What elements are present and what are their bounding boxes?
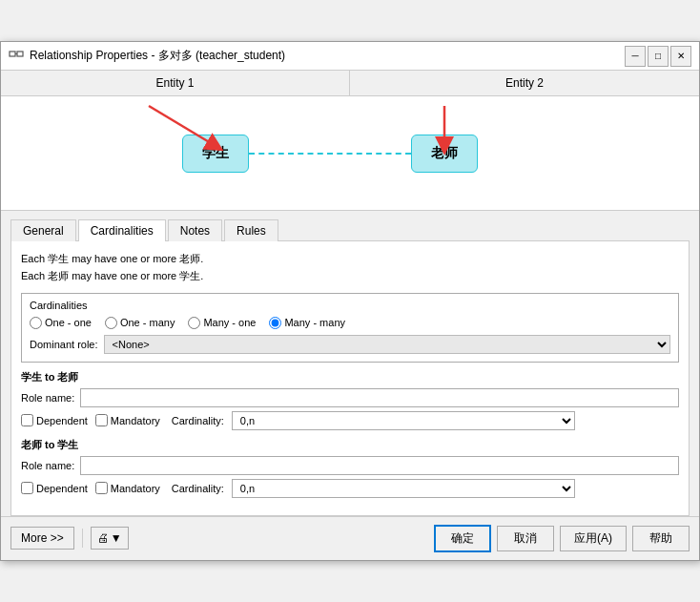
section2-dependent-label: Dependent: [36, 483, 88, 494]
section2-mandatory-checkbox[interactable]: [95, 482, 108, 494]
section2-mandatory-label: Mandatory: [111, 483, 160, 494]
entity1-name: 学生: [202, 145, 229, 162]
ok-button[interactable]: 确定: [434, 525, 491, 552]
section1-check-row: Dependent Mandatory Cardinality: 0,n: [21, 411, 679, 430]
section2-mandatory[interactable]: Mandatory: [95, 482, 160, 494]
radio-row: One - one One - many Many - one Many - m…: [30, 317, 670, 329]
section2: 老师 to 学生 Role name: Dependent Mandatory …: [21, 438, 679, 498]
section1-mandatory-checkbox[interactable]: [95, 414, 108, 426]
cardinalities-group: Cardinalities One - one One - many Many …: [21, 293, 679, 363]
bottom-left: More >> 🖨 ▼: [10, 527, 129, 550]
section1-role-label: Role name:: [21, 392, 74, 404]
print-dropdown-icon: ▼: [111, 531, 122, 545]
print-button[interactable]: 🖨 ▼: [91, 527, 129, 550]
bottom-right: 确定 取消 应用(A) 帮助: [434, 525, 690, 552]
more-button[interactable]: More >>: [10, 527, 74, 550]
description-line2: Each 老师 may have one or more 学生.: [21, 268, 679, 285]
radio-many-one-label: Many - one: [203, 317, 256, 328]
tab-rules[interactable]: Rules: [224, 219, 278, 241]
title-bar-left: Relationship Properties - 多对多 (teacher_s…: [9, 48, 285, 64]
section2-cardinality-select[interactable]: 0,n: [232, 479, 575, 498]
minimize-button[interactable]: ─: [625, 46, 646, 67]
tabs: General Cardinalities Notes Rules: [10, 218, 690, 241]
help-button[interactable]: 帮助: [632, 526, 690, 551]
svg-rect-1: [17, 52, 23, 56]
print-icon: 🖨: [97, 531, 109, 545]
radio-one-one-label: One - one: [45, 317, 92, 328]
radio-many-many-label: Many - many: [284, 317, 345, 328]
radio-one-many-input[interactable]: [105, 317, 117, 329]
radio-one-many-label: One - many: [120, 317, 175, 328]
tab-general[interactable]: General: [10, 219, 76, 241]
description-line1: Each 学生 may have one or more 老师.: [21, 251, 679, 268]
section2-role-label: Role name:: [21, 460, 74, 471]
section2-dependent-checkbox[interactable]: [21, 482, 33, 494]
entity2-header: Entity 2: [350, 71, 699, 95]
entity1-header: Entity 1: [1, 71, 350, 95]
cancel-button[interactable]: 取消: [497, 526, 554, 551]
maximize-button[interactable]: □: [648, 46, 669, 67]
dominant-role-select[interactable]: <None>: [104, 335, 670, 354]
entity2-header-label: Entity 2: [505, 76, 544, 90]
section1-dependent-checkbox[interactable]: [21, 414, 33, 426]
window-icon: [9, 49, 24, 64]
section1: 学生 to 老师 Role name: Dependent Mandatory …: [21, 370, 679, 430]
section2-role-row: Role name:: [21, 456, 679, 475]
section1-mandatory[interactable]: Mandatory: [95, 414, 160, 426]
section1-dependent-label: Dependent: [36, 415, 88, 426]
section1-role-row: Role name:: [21, 388, 679, 407]
section2-check-row: Dependent Mandatory Cardinality: 0,n: [21, 479, 679, 498]
radio-one-many[interactable]: One - many: [105, 317, 175, 329]
diagram-area: 学生 老师: [1, 96, 699, 211]
svg-rect-0: [10, 52, 15, 56]
dominant-row: Dominant role: <None>: [30, 335, 670, 354]
bottom-bar: More >> 🖨 ▼ 确定 取消 应用(A) 帮助: [1, 516, 699, 560]
cardinalities-group-label: Cardinalities: [30, 300, 670, 311]
main-window: Relationship Properties - 多对多 (teacher_s…: [0, 41, 700, 560]
section1-role-input[interactable]: [80, 388, 679, 407]
window-controls: ─ □ ✕: [625, 46, 691, 67]
window-title: Relationship Properties - 多对多 (teacher_s…: [30, 48, 285, 64]
section2-dependent[interactable]: Dependent: [21, 482, 88, 494]
entity1-header-label: Entity 1: [155, 76, 194, 90]
section1-mandatory-label: Mandatory: [111, 415, 160, 426]
tab-content: Each 学生 may have one or more 老师. Each 老师…: [10, 241, 690, 515]
radio-one-one[interactable]: One - one: [30, 317, 92, 329]
entity-header: Entity 1 Entity 2: [1, 71, 699, 96]
radio-many-many[interactable]: Many - many: [269, 317, 345, 329]
radio-many-many-input[interactable]: [269, 317, 281, 329]
section1-title: 学生 to 老师: [21, 370, 679, 384]
tab-cardinalities[interactable]: Cardinalities: [78, 219, 166, 241]
entity2-name: 老师: [431, 145, 458, 162]
radio-one-one-input[interactable]: [30, 317, 42, 329]
section1-cardinality-select[interactable]: 0,n: [232, 411, 575, 430]
description: Each 学生 may have one or more 老师. Each 老师…: [21, 251, 679, 284]
apply-button[interactable]: 应用(A): [560, 526, 627, 551]
tabs-area: General Cardinalities Notes Rules Each 学…: [1, 211, 699, 515]
section1-cardinality-label: Cardinality:: [172, 415, 224, 426]
entity1-box: 学生: [182, 135, 249, 173]
title-bar: Relationship Properties - 多对多 (teacher_s…: [1, 42, 699, 71]
close-button[interactable]: ✕: [670, 46, 691, 67]
entity2-box: 老师: [411, 135, 478, 173]
radio-many-one[interactable]: Many - one: [188, 317, 256, 329]
section2-cardinality-label: Cardinality:: [172, 483, 224, 494]
radio-many-one-input[interactable]: [188, 317, 200, 329]
tab-notes[interactable]: Notes: [168, 219, 222, 241]
connection-line: [249, 153, 411, 155]
separator: [82, 529, 83, 548]
section2-role-input[interactable]: [80, 456, 679, 475]
section1-dependent[interactable]: Dependent: [21, 414, 88, 426]
section2-title: 老师 to 学生: [21, 438, 679, 452]
dominant-role-label: Dominant role:: [30, 339, 98, 350]
